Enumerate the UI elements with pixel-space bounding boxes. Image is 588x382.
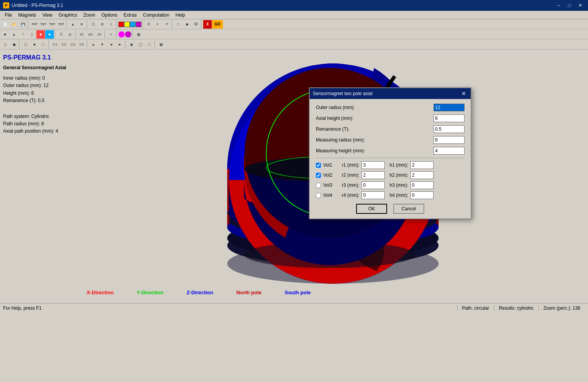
tb-txt1[interactable]: TXT bbox=[30, 20, 39, 29]
menu-item-view[interactable]: View bbox=[39, 12, 55, 19]
menu-item-computation[interactable]: Computation bbox=[140, 12, 172, 19]
tb2-b5[interactable]: ■ bbox=[36, 30, 45, 39]
open-btn[interactable]: 📂 bbox=[10, 20, 18, 29]
tb3-b8[interactable]: C3 bbox=[69, 40, 77, 49]
checkbox-vol4[interactable] bbox=[316, 193, 321, 198]
label-meas-radius: Measuring radius (mm): bbox=[316, 137, 434, 143]
new-btn[interactable]: 📄 bbox=[1, 20, 9, 29]
tb3-b2[interactable]: ◼ bbox=[10, 40, 18, 49]
toolbar-3: ◻ ◼ ▢ ■ □ C1 C2 C3 C4 ▲ ▼ ◄ ► ◉ ◯ □ ▦ bbox=[0, 39, 588, 49]
tb2-b10[interactable]: sO bbox=[86, 30, 95, 39]
tb-info[interactable]: i bbox=[107, 20, 115, 29]
status-results: Results: cylindric bbox=[494, 305, 538, 311]
tb2-b7[interactable]: ☷ bbox=[57, 30, 65, 39]
tb3-b9[interactable]: C4 bbox=[77, 40, 86, 49]
dialog-divider bbox=[316, 158, 465, 158]
tb3-b5[interactable]: □ bbox=[39, 40, 48, 49]
ok-button[interactable]: OK bbox=[356, 204, 387, 214]
app-title: PS-PERMAG 3.1 bbox=[3, 54, 81, 61]
tb-c4[interactable] bbox=[136, 22, 141, 27]
tb-txt3[interactable]: TXT bbox=[48, 20, 57, 29]
tb-c3[interactable] bbox=[130, 22, 135, 27]
tb2-b1[interactable]: ■ bbox=[1, 30, 9, 39]
tb2-b8[interactable]: ◎ bbox=[66, 30, 74, 39]
menu-item-help[interactable]: Help bbox=[172, 12, 188, 19]
input-r4[interactable] bbox=[362, 191, 385, 199]
tb3-b16[interactable]: □ bbox=[145, 40, 154, 49]
tb2-b9[interactable]: IO bbox=[77, 30, 86, 39]
tb2-b13[interactable] bbox=[118, 31, 125, 38]
input-remanence[interactable] bbox=[434, 125, 465, 133]
dialog-close-button[interactable]: ✕ bbox=[460, 90, 468, 97]
maximize-button[interactable]: □ bbox=[565, 2, 574, 9]
input-h3[interactable] bbox=[410, 181, 434, 189]
checkbox-vol1[interactable] bbox=[316, 163, 321, 168]
tb-cross[interactable]: + bbox=[153, 20, 162, 29]
menu-item-options[interactable]: Options bbox=[98, 12, 120, 19]
tb-go[interactable]: GO bbox=[212, 20, 223, 29]
tb3-b6[interactable]: C1 bbox=[51, 40, 59, 49]
tb2-b12[interactable]: × bbox=[107, 30, 115, 39]
tb3-b7[interactable]: C2 bbox=[60, 40, 68, 49]
tb2-b3[interactable]: └ bbox=[19, 30, 27, 39]
tb2-b4[interactable]: ├ bbox=[27, 30, 36, 39]
cancel-button[interactable]: Cancel bbox=[393, 204, 424, 214]
remanence-info: Remanence (T): 0.5 bbox=[3, 97, 81, 104]
close-button[interactable]: ✕ bbox=[576, 2, 585, 9]
input-h2[interactable] bbox=[410, 171, 434, 179]
tb2-b14[interactable] bbox=[125, 31, 131, 38]
tb-arrow[interactable]: ↗ bbox=[162, 20, 171, 29]
tb2-b11[interactable]: DI bbox=[95, 30, 104, 39]
sep13 bbox=[19, 40, 21, 49]
tb2-b15[interactable]: ▦ bbox=[134, 30, 143, 39]
tb3-b1[interactable]: ◻ bbox=[1, 40, 9, 49]
tb-opts[interactable]: ⚙ bbox=[98, 20, 106, 29]
tb-fill[interactable]: ■ bbox=[183, 20, 191, 29]
vol-row-3: Vol3 r3 (mm): h3 (mm): bbox=[316, 181, 465, 189]
tb-up[interactable]: ▲ bbox=[69, 20, 77, 29]
input-outer-radius[interactable] bbox=[434, 104, 465, 111]
tb-x[interactable]: X bbox=[203, 20, 212, 29]
input-meas-radius[interactable] bbox=[434, 136, 465, 144]
input-h4[interactable] bbox=[410, 191, 434, 199]
tb-box[interactable]: □ bbox=[174, 20, 182, 29]
input-r2[interactable] bbox=[362, 171, 385, 179]
tb-mag[interactable]: M bbox=[192, 20, 200, 29]
checkbox-vol3[interactable] bbox=[316, 183, 321, 188]
minimize-button[interactable]: – bbox=[554, 2, 563, 9]
tb3-b10[interactable]: ▲ bbox=[89, 40, 98, 49]
input-r3[interactable] bbox=[362, 181, 385, 189]
form-row-axial-height: Axial height (mm): bbox=[316, 114, 465, 122]
tb3-b12[interactable]: ◄ bbox=[107, 40, 115, 49]
tb3-b3[interactable]: ▢ bbox=[21, 40, 30, 49]
form-row-remanence: Remanence (T): bbox=[316, 125, 465, 133]
input-h1[interactable] bbox=[410, 161, 434, 169]
save-btn[interactable]: 💾 bbox=[19, 20, 27, 29]
menu-item-magnets[interactable]: Magnets bbox=[15, 12, 39, 19]
menu-item-graphics[interactable]: Graphics bbox=[55, 12, 80, 19]
vol-row-1: Vol1 r1 (mm): h1 (mm): bbox=[316, 161, 465, 169]
tb2-b2[interactable]: ▲ bbox=[10, 30, 18, 39]
tb3-b15[interactable]: ◯ bbox=[136, 40, 145, 49]
menu-item-zoom[interactable]: Zoom bbox=[80, 12, 98, 19]
tb-hash[interactable]: # bbox=[144, 20, 153, 29]
checkbox-vol2[interactable] bbox=[316, 173, 321, 178]
menu-item-extras[interactable]: Extras bbox=[120, 12, 140, 19]
tb-dn[interactable]: ▼ bbox=[77, 20, 86, 29]
input-meas-height[interactable] bbox=[434, 147, 465, 155]
tb-c1[interactable] bbox=[118, 22, 124, 27]
status-bar: For Help, press F1 Path: circular Result… bbox=[0, 303, 588, 312]
tb3-b17[interactable]: ▦ bbox=[157, 40, 165, 49]
tb-txt4[interactable]: TXT bbox=[57, 20, 65, 29]
input-axial-height[interactable] bbox=[434, 114, 465, 122]
tb3-b13[interactable]: ► bbox=[116, 40, 124, 49]
menu-item-file[interactable]: File bbox=[2, 12, 15, 19]
tb3-b11[interactable]: ▼ bbox=[98, 40, 106, 49]
tb-c2[interactable] bbox=[124, 22, 130, 27]
tb-txt2[interactable]: TXT bbox=[39, 20, 48, 29]
tb3-b4[interactable]: ■ bbox=[30, 40, 39, 49]
input-r1[interactable] bbox=[362, 161, 385, 169]
tb3-b14[interactable]: ◉ bbox=[127, 40, 136, 49]
tb2-b6[interactable]: ■ bbox=[45, 30, 54, 39]
tb-grid[interactable]: ☷ bbox=[89, 20, 98, 29]
